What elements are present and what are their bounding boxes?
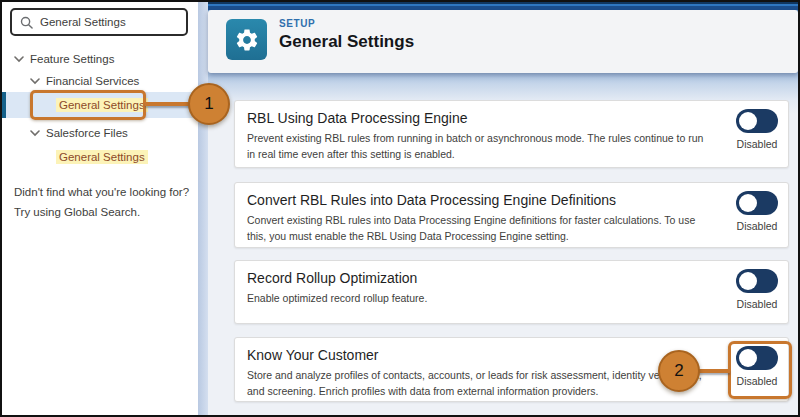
setup-eyebrow-label: SETUP xyxy=(279,18,414,29)
main-content: SETUP General Settings RBL Using Data Pr… xyxy=(208,2,798,415)
setting-title: RBL Using Data Processing Engine xyxy=(247,110,776,126)
know-your-customer-toggle[interactable] xyxy=(736,346,778,370)
setup-sidebar: General Settings Feature Settings Financ… xyxy=(2,2,198,415)
toggle-state-label: Disabled xyxy=(737,298,778,310)
setting-description: Store and analyze profiles of contacts, … xyxy=(247,367,709,400)
setup-window: General Settings Feature Settings Financ… xyxy=(0,0,800,417)
annotation-connector-step1 xyxy=(145,102,191,106)
toggle-state-label: Disabled xyxy=(737,138,778,150)
search-icon xyxy=(20,16,33,29)
annotation-step-number: 2 xyxy=(674,361,683,381)
toggle-state-label: Disabled xyxy=(737,375,778,387)
tree-item-financial-general-settings[interactable]: General Settings xyxy=(56,94,148,116)
annotation-connector-step2 xyxy=(696,369,730,373)
convert-rbl-rules-toggle[interactable] xyxy=(736,191,778,215)
toggle-knob xyxy=(739,194,757,212)
annotation-step-1-badge: 1 xyxy=(188,83,230,125)
setting-card-rbl-engine: RBL Using Data Processing Engine Prevent… xyxy=(234,100,789,168)
setting-description: Convert existing RBL rules into Data Pro… xyxy=(247,212,709,245)
chevron-down-icon[interactable] xyxy=(14,56,24,63)
tree-item-feature-settings[interactable]: Feature Settings xyxy=(14,48,114,70)
tree-item-label: Financial Services xyxy=(46,75,139,87)
toggle-state-label: Disabled xyxy=(737,220,778,232)
toggle-knob xyxy=(739,272,757,290)
tree-item-files-general-settings[interactable]: General Settings xyxy=(56,146,148,168)
setup-page-header: SETUP General Settings xyxy=(208,10,798,73)
tree-item-label-highlighted: General Settings xyxy=(56,150,148,164)
page-title: General Settings xyxy=(279,32,414,52)
rbl-engine-toggle[interactable] xyxy=(736,109,778,133)
record-rollup-toggle[interactable] xyxy=(736,269,778,293)
sidebar-help-text: Didn't find what you're looking for? Try… xyxy=(14,182,190,222)
setting-title: Convert RBL Rules into Data Processing E… xyxy=(247,192,776,208)
setting-card-convert-rbl-rules: Convert RBL Rules into Data Processing E… xyxy=(234,182,789,248)
annotation-step-number: 1 xyxy=(204,94,213,114)
tree-item-label: Salesforce Files xyxy=(46,127,128,139)
setting-title: Record Rollup Optimization xyxy=(247,270,776,286)
tree-item-salesforce-files[interactable]: Salesforce Files xyxy=(30,122,128,144)
gear-icon xyxy=(234,27,260,53)
tree-item-label-highlighted: General Settings xyxy=(56,98,148,112)
tree-item-financial-services[interactable]: Financial Services xyxy=(30,70,139,92)
search-input-value: General Settings xyxy=(40,16,126,28)
toggle-knob xyxy=(739,349,757,367)
annotation-step-2-badge: 2 xyxy=(658,350,700,392)
setup-icon-tile xyxy=(226,19,267,60)
sidebar-main-divider xyxy=(198,2,208,415)
quick-find-search-input[interactable]: General Settings xyxy=(10,8,188,36)
top-blue-band xyxy=(208,2,798,10)
setting-description: Enable optimized record rollup feature. xyxy=(247,290,709,306)
tree-item-label: Feature Settings xyxy=(30,53,114,65)
selected-row-indicator xyxy=(2,92,6,118)
chevron-down-icon[interactable] xyxy=(30,130,40,137)
setting-description: Prevent existing RBL rules from running … xyxy=(247,130,709,163)
setting-card-record-rollup: Record Rollup Optimization Enable optimi… xyxy=(234,260,789,324)
toggle-knob xyxy=(739,112,757,130)
chevron-down-icon[interactable] xyxy=(30,78,40,85)
